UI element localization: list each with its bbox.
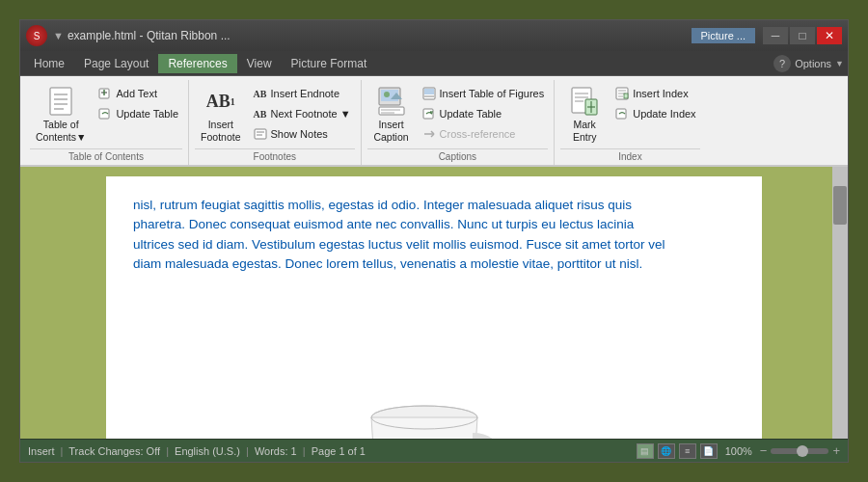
toc-label: Table ofContents▼ xyxy=(36,119,86,143)
mark-entry-button[interactable]: MarkEntry xyxy=(560,82,609,147)
status-words: Words: 1 xyxy=(255,445,297,457)
menu-picture-format[interactable]: Picture Format xyxy=(282,54,377,73)
toc-button[interactable]: Table ofContents▼ xyxy=(30,82,92,147)
doc-line4: diam malesuada egestas. Donec lorem tell… xyxy=(133,256,642,271)
insert-footnote-icon: AB1 xyxy=(205,86,236,117)
captions-group-content: InsertCaption Insert Table of Figures xyxy=(367,82,549,147)
update-index-button[interactable]: Update Index xyxy=(610,104,699,123)
footnotes-group-content: AB1 InsertFootnote AB Insert Endnote AB … xyxy=(195,82,355,147)
title-bar: S ▼ example.html - Qtitan Ribbon ... Pic… xyxy=(20,20,848,51)
status-page: Page 1 of 1 xyxy=(312,445,366,457)
update-table-cap-label: Update Table xyxy=(440,108,502,120)
mark-entry-label: MarkEntry xyxy=(573,119,597,143)
zoom-level: 100% xyxy=(725,445,752,457)
mark-entry-icon xyxy=(569,86,600,117)
view-normal-button[interactable]: ▤ xyxy=(637,443,654,459)
ribbon: Table ofContents▼ Add Text xyxy=(20,76,848,167)
insert-index-label: Insert Index xyxy=(633,88,688,99)
view-web-button[interactable]: 🌐 xyxy=(658,443,675,459)
minimize-button[interactable]: ─ xyxy=(763,27,788,44)
title-menu-arrow[interactable]: ▼ xyxy=(53,30,64,41)
index-group-content: MarkEntry Insert Index xyxy=(560,82,699,147)
add-text-label: Add Text xyxy=(116,88,157,99)
menu-home[interactable]: Home xyxy=(24,54,74,73)
document-area: nisl, rutrum feugiat sagittis mollis, eg… xyxy=(20,167,848,439)
status-insert: Insert xyxy=(28,445,55,457)
show-notes-icon xyxy=(253,126,268,142)
menu-bar-right: ? Options ▼ xyxy=(773,55,844,72)
insert-endnote-icon: AB xyxy=(253,86,268,101)
doc-line1: nisl, rutrum feugiat sagittis mollis, eg… xyxy=(133,198,632,212)
svg-rect-9 xyxy=(255,129,266,139)
update-index-label: Update Index xyxy=(633,108,695,120)
add-text-button[interactable]: Add Text xyxy=(94,84,182,103)
insert-endnote-label: Insert Endnote xyxy=(271,88,340,99)
index-group-label: Index xyxy=(560,148,699,165)
insert-index-button[interactable]: Insert Index xyxy=(610,84,699,103)
update-table-cap-icon xyxy=(421,106,437,121)
update-table-toc-icon xyxy=(97,106,113,121)
window-controls: ─ □ ✕ xyxy=(763,27,842,44)
cross-reference-label: Cross-reference xyxy=(440,128,516,140)
next-footnote-label: Next Footnote ▼ xyxy=(271,108,351,120)
maximize-button[interactable]: □ xyxy=(790,27,815,44)
zoom-out-icon[interactable]: − xyxy=(760,443,768,458)
next-footnote-icon: AB xyxy=(253,106,268,121)
document-scrollbar[interactable] xyxy=(832,167,848,439)
svg-rect-20 xyxy=(424,89,434,94)
app-logo: S xyxy=(26,25,47,46)
toc-small-group: Add Text Update Table xyxy=(94,82,182,125)
zoom-in-icon[interactable]: + xyxy=(832,443,840,458)
add-text-icon xyxy=(97,86,113,101)
update-table-toc-label: Update Table xyxy=(116,108,178,120)
picture-tab[interactable]: Picture ... xyxy=(692,28,755,43)
toc-group-content: Table ofContents▼ Add Text xyxy=(30,82,182,147)
ribbon-group-captions: InsertCaption Insert Table of Figures xyxy=(362,80,556,165)
insert-caption-label: InsertCaption xyxy=(373,119,408,143)
insert-index-icon xyxy=(614,86,630,101)
close-button[interactable]: ✕ xyxy=(817,27,842,44)
ribbon-group-footnotes: AB1 InsertFootnote AB Insert Endnote AB … xyxy=(189,80,362,165)
insert-footnote-label: InsertFootnote xyxy=(201,119,240,143)
insert-footnote-button[interactable]: AB1 InsertFootnote xyxy=(195,82,246,147)
zoom-thumb xyxy=(797,445,808,457)
toc-icon xyxy=(45,86,76,117)
help-icon[interactable]: ? xyxy=(773,55,791,72)
update-index-icon xyxy=(614,106,630,121)
status-right: ▤ 🌐 ≡ 📄 100% − + xyxy=(637,443,840,459)
ribbon-group-toc: Table ofContents▼ Add Text xyxy=(24,80,189,165)
doc-line2: pharetra. Donec consequat euismod ante n… xyxy=(133,217,634,231)
captions-group-label: Captions xyxy=(367,148,549,165)
menu-view[interactable]: View xyxy=(237,54,282,73)
insert-endnote-button[interactable]: AB Insert Endnote xyxy=(249,84,355,103)
toc-group-label: Table of Contents xyxy=(30,148,182,165)
insert-table-figures-button[interactable]: Insert Table of Figures xyxy=(418,84,549,103)
status-track-changes: Track Changes: Off xyxy=(68,445,160,457)
svg-rect-16 xyxy=(379,107,404,115)
show-notes-button[interactable]: Show Notes xyxy=(249,124,355,144)
scroll-thumb[interactable] xyxy=(833,186,847,225)
insert-table-figures-icon xyxy=(421,86,437,101)
insert-caption-button[interactable]: InsertCaption xyxy=(367,82,416,147)
menu-references[interactable]: References xyxy=(158,54,236,73)
window-title: example.html - Qtitan Ribbon ... xyxy=(68,29,692,42)
view-draft-button[interactable]: 📄 xyxy=(700,443,718,459)
options-label[interactable]: Options xyxy=(795,58,831,69)
menu-page-layout[interactable]: Page Layout xyxy=(74,54,158,73)
update-table-toc-button[interactable]: Update Table xyxy=(94,104,182,123)
update-table-cap-button[interactable]: Update Table xyxy=(418,104,549,123)
options-arrow[interactable]: ▼ xyxy=(835,59,844,68)
status-language: English (U.S.) xyxy=(175,445,240,457)
mug-svg: lorem xyxy=(347,398,521,439)
main-window: S ▼ example.html - Qtitan Ribbon ... Pic… xyxy=(19,19,849,463)
insert-caption-icon xyxy=(376,86,407,117)
zoom-slider[interactable] xyxy=(771,448,828,454)
view-outline-button[interactable]: ≡ xyxy=(679,443,696,459)
next-footnote-button[interactable]: AB Next Footnote ▼ xyxy=(249,104,355,123)
status-text: Insert | Track Changes: Off | English (U… xyxy=(28,445,637,457)
mug-image-area: lorem xyxy=(338,388,530,439)
document-page[interactable]: nisl, rutrum feugiat sagittis mollis, eg… xyxy=(106,176,762,439)
ribbon-group-index: MarkEntry Insert Index xyxy=(555,80,705,165)
cross-reference-button[interactable]: Cross-reference xyxy=(418,124,549,144)
doc-line3: ultrices sed id diam. Vestibulum egestas… xyxy=(133,237,665,252)
